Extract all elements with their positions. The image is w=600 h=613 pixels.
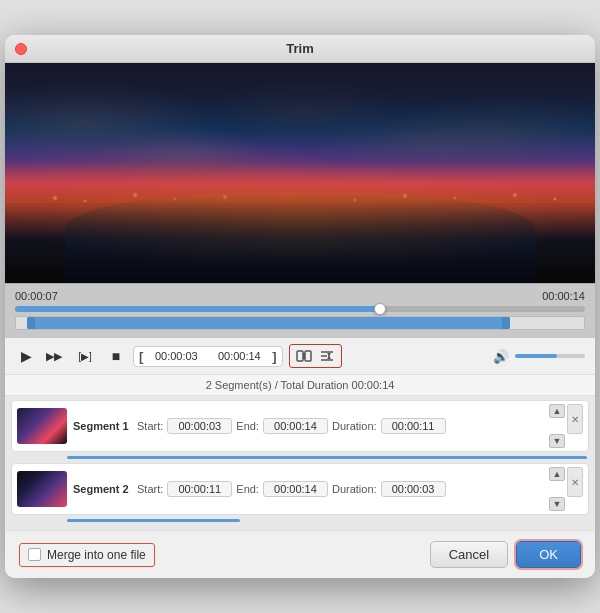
- segment-2-fields: Start: 00:00:11 End: 00:00:14 Duration: …: [137, 481, 543, 497]
- merge-checkbox-area: Merge into one file: [19, 543, 155, 567]
- scrubber-thumb[interactable]: [374, 303, 386, 315]
- segment-2-duration[interactable]: 00:00:03: [381, 481, 446, 497]
- range-handle-left[interactable]: [27, 317, 35, 329]
- step-button[interactable]: [▶]: [71, 345, 99, 367]
- start-label: Start:: [137, 420, 163, 432]
- range-start-input[interactable]: [146, 350, 206, 362]
- merge-label[interactable]: Merge into one file: [47, 548, 146, 562]
- stop-button[interactable]: ■: [105, 345, 127, 367]
- segment-2-thumbnail: [17, 471, 67, 507]
- thumbnail-image: [17, 408, 67, 444]
- segment-2-start[interactable]: 00:00:11: [167, 481, 232, 497]
- segments-info-text: 2 Segment(s) / Total Duration 00:00:14: [206, 379, 395, 391]
- range-end-input[interactable]: [209, 350, 269, 362]
- fast-forward-button[interactable]: ▶▶: [43, 345, 65, 367]
- segment-1-thumbnail: [17, 408, 67, 444]
- split-icon[interactable]: [294, 347, 314, 365]
- segment-2-label: Segment 2: [73, 483, 131, 495]
- time-range-input-group: [ ]: [133, 346, 283, 367]
- svg-marker-6: [327, 356, 331, 359]
- end-label: End:: [236, 420, 259, 432]
- video-overlay: [5, 63, 595, 283]
- segment-1-up-button[interactable]: ▲: [549, 404, 565, 418]
- close-button[interactable]: [15, 43, 27, 55]
- bracket-close: ]: [272, 349, 276, 364]
- start-label-2: Start:: [137, 483, 163, 495]
- timeline-end-time: 00:00:14: [542, 290, 585, 302]
- segment-1-delete-button[interactable]: ✕: [567, 404, 583, 434]
- titlebar: Trim: [5, 35, 595, 63]
- range-track[interactable]: [15, 316, 585, 330]
- bottom-bar: Merge into one file Cancel OK: [5, 530, 595, 578]
- segment-1-end[interactable]: 00:00:14: [263, 418, 328, 434]
- range-fill: [27, 317, 510, 329]
- time-labels: 00:00:07 00:00:14: [15, 290, 585, 302]
- svg-rect-1: [305, 351, 311, 361]
- controls-bar: ▶ ▶▶ [▶] ■ [ ]: [5, 338, 595, 375]
- segment-2-up-button[interactable]: ▲: [549, 467, 565, 481]
- timeline-start-time: 00:00:07: [15, 290, 58, 302]
- segment-2-end[interactable]: 00:00:14: [263, 481, 328, 497]
- volume-slider-fill: [515, 354, 557, 358]
- segments-list: Segment 1 Start: 00:00:03 End: 00:00:14 …: [5, 396, 595, 530]
- segment-1-duration[interactable]: 00:00:11: [381, 418, 446, 434]
- duration-label: Duration:: [332, 420, 377, 432]
- range-handle-right[interactable]: [502, 317, 510, 329]
- merge-checkbox[interactable]: [28, 548, 41, 561]
- bracket-open: [: [139, 349, 143, 364]
- trim-icon[interactable]: [317, 347, 337, 365]
- volume-slider[interactable]: [515, 354, 585, 358]
- segment-1-label: Segment 1: [73, 420, 131, 432]
- segment-2-down-button[interactable]: ▼: [549, 497, 565, 511]
- window-title: Trim: [286, 41, 313, 56]
- timeline-area: 00:00:07 00:00:14: [5, 283, 595, 338]
- segment-1-controls: ▲ ✕ ▼: [549, 404, 583, 448]
- end-label-2: End:: [236, 483, 259, 495]
- table-row: Segment 1 Start: 00:00:03 End: 00:00:14 …: [11, 400, 589, 452]
- trim-action-icons: [289, 344, 342, 368]
- cancel-button[interactable]: Cancel: [430, 541, 508, 568]
- svg-marker-5: [327, 353, 331, 356]
- play-button[interactable]: ▶: [15, 345, 37, 367]
- svg-rect-0: [297, 351, 303, 361]
- duration-label-2: Duration:: [332, 483, 377, 495]
- ok-button[interactable]: OK: [516, 541, 581, 568]
- segment-2-delete-button[interactable]: ✕: [567, 467, 583, 497]
- scrubber-fill: [15, 306, 386, 312]
- segment-1-start[interactable]: 00:00:03: [167, 418, 232, 434]
- scrubber-track[interactable]: [15, 306, 585, 312]
- segment-2-progress: [67, 519, 240, 522]
- segment-1-fields: Start: 00:00:03 End: 00:00:14 Duration: …: [137, 418, 543, 434]
- segment-2-controls: ▲ ✕ ▼: [549, 467, 583, 511]
- bottom-buttons: Cancel OK: [430, 541, 581, 568]
- segment-1-down-button[interactable]: ▼: [549, 434, 565, 448]
- volume-icon: 🔊: [493, 349, 509, 364]
- trim-window: Trim 00:00:07 00:00:14 ▶ ▶▶ [▶] ■ [: [5, 35, 595, 578]
- segments-info: 2 Segment(s) / Total Duration 00:00:14: [5, 375, 595, 396]
- table-row: Segment 2 Start: 00:00:11 End: 00:00:14 …: [11, 463, 589, 515]
- segment-1-progress: [67, 456, 587, 459]
- thumbnail-image: [17, 471, 67, 507]
- video-preview: [5, 63, 595, 283]
